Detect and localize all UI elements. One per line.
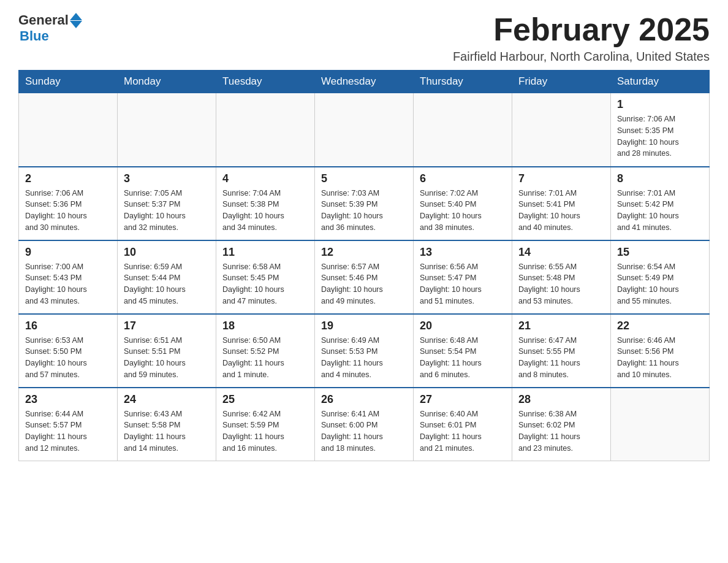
- day-number: 8: [617, 172, 703, 185]
- calendar-week-5: 23Sunrise: 6:44 AM Sunset: 5:57 PM Dayli…: [19, 388, 710, 461]
- calendar-cell: 20Sunrise: 6:48 AM Sunset: 5:54 PM Dayli…: [414, 314, 512, 388]
- day-number: 12: [321, 246, 407, 259]
- day-of-week-wednesday: Wednesday: [315, 71, 414, 93]
- calendar-cell: [118, 93, 216, 167]
- calendar-cell: 14Sunrise: 6:55 AM Sunset: 5:48 PM Dayli…: [512, 240, 611, 314]
- day-number: 4: [222, 172, 308, 185]
- day-number: 7: [518, 172, 604, 185]
- day-info: Sunrise: 6:55 AM Sunset: 5:48 PM Dayligh…: [518, 261, 604, 307]
- calendar-cell: 21Sunrise: 6:47 AM Sunset: 5:55 PM Dayli…: [512, 314, 611, 388]
- day-number: 19: [321, 320, 407, 332]
- day-number: 5: [321, 172, 407, 185]
- calendar-cell: 26Sunrise: 6:41 AM Sunset: 6:00 PM Dayli…: [315, 388, 414, 461]
- day-number: 21: [518, 320, 604, 332]
- day-number: 16: [25, 320, 111, 332]
- logo-content: General Blue: [18, 12, 82, 44]
- day-info: Sunrise: 6:54 AM Sunset: 5:49 PM Dayligh…: [617, 261, 703, 307]
- day-info: Sunrise: 7:00 AM Sunset: 5:43 PM Dayligh…: [25, 261, 111, 307]
- day-number: 20: [420, 320, 506, 332]
- calendar-cell: [315, 93, 414, 167]
- calendar-cell: 15Sunrise: 6:54 AM Sunset: 5:49 PM Dayli…: [611, 240, 710, 314]
- calendar-cell: 18Sunrise: 6:50 AM Sunset: 5:52 PM Dayli…: [216, 314, 315, 388]
- day-info: Sunrise: 7:04 AM Sunset: 5:38 PM Dayligh…: [222, 188, 308, 234]
- day-of-week-friday: Friday: [512, 71, 611, 93]
- day-info: Sunrise: 6:50 AM Sunset: 5:52 PM Dayligh…: [222, 335, 308, 381]
- calendar-cell: 4Sunrise: 7:04 AM Sunset: 5:38 PM Daylig…: [216, 167, 315, 240]
- day-of-week-saturday: Saturday: [611, 71, 710, 93]
- calendar-cell: 1Sunrise: 7:06 AM Sunset: 5:35 PM Daylig…: [611, 93, 710, 167]
- calendar-cell: 19Sunrise: 6:49 AM Sunset: 5:53 PM Dayli…: [315, 314, 414, 388]
- calendar-cell: 27Sunrise: 6:40 AM Sunset: 6:01 PM Dayli…: [414, 388, 512, 461]
- calendar-cell: 3Sunrise: 7:05 AM Sunset: 5:37 PM Daylig…: [118, 167, 216, 240]
- day-number: 10: [124, 246, 210, 259]
- logo-general: General: [18, 12, 69, 28]
- day-number: 17: [124, 320, 210, 332]
- calendar-cell: 13Sunrise: 6:56 AM Sunset: 5:47 PM Dayli…: [414, 240, 512, 314]
- day-of-week-sunday: Sunday: [19, 71, 118, 93]
- calendar-week-4: 16Sunrise: 6:53 AM Sunset: 5:50 PM Dayli…: [19, 314, 710, 388]
- calendar-cell: 16Sunrise: 6:53 AM Sunset: 5:50 PM Dayli…: [19, 314, 118, 388]
- day-info: Sunrise: 7:01 AM Sunset: 5:42 PM Dayligh…: [617, 188, 703, 234]
- day-number: 22: [617, 320, 703, 332]
- day-info: Sunrise: 7:02 AM Sunset: 5:40 PM Dayligh…: [420, 188, 506, 234]
- day-number: 1: [617, 98, 703, 111]
- day-number: 23: [25, 393, 111, 406]
- day-info: Sunrise: 7:05 AM Sunset: 5:37 PM Dayligh…: [124, 188, 210, 234]
- day-info: Sunrise: 6:46 AM Sunset: 5:56 PM Dayligh…: [617, 335, 703, 381]
- title-section: February 2025 Fairfield Harbour, North C…: [453, 12, 710, 64]
- calendar-cell: 11Sunrise: 6:58 AM Sunset: 5:45 PM Dayli…: [216, 240, 315, 314]
- calendar-week-2: 2Sunrise: 7:06 AM Sunset: 5:36 PM Daylig…: [19, 167, 710, 240]
- calendar-cell: [611, 388, 710, 461]
- calendar-cell: 22Sunrise: 6:46 AM Sunset: 5:56 PM Dayli…: [611, 314, 710, 388]
- day-info: Sunrise: 7:01 AM Sunset: 5:41 PM Dayligh…: [518, 188, 604, 234]
- calendar-cell: 17Sunrise: 6:51 AM Sunset: 5:51 PM Dayli…: [118, 314, 216, 388]
- calendar-cell: 28Sunrise: 6:38 AM Sunset: 6:02 PM Dayli…: [512, 388, 611, 461]
- day-of-week-tuesday: Tuesday: [216, 71, 315, 93]
- logo-blue: Blue: [20, 28, 49, 44]
- day-info: Sunrise: 6:56 AM Sunset: 5:47 PM Dayligh…: [420, 261, 506, 307]
- calendar-cell: 2Sunrise: 7:06 AM Sunset: 5:36 PM Daylig…: [19, 167, 118, 240]
- calendar-week-3: 9Sunrise: 7:00 AM Sunset: 5:43 PM Daylig…: [19, 240, 710, 314]
- day-number: 18: [222, 320, 308, 332]
- day-number: 25: [222, 393, 308, 406]
- page-header: General Blue February 2025 Fairfield Har…: [18, 12, 710, 64]
- calendar-table: SundayMondayTuesdayWednesdayThursdayFrid…: [18, 70, 710, 461]
- logo: General Blue: [18, 12, 82, 44]
- calendar-cell: 5Sunrise: 7:03 AM Sunset: 5:39 PM Daylig…: [315, 167, 414, 240]
- day-number: 11: [222, 246, 308, 259]
- calendar-cell: [414, 93, 512, 167]
- day-info: Sunrise: 6:59 AM Sunset: 5:44 PM Dayligh…: [124, 261, 210, 307]
- calendar-week-1: 1Sunrise: 7:06 AM Sunset: 5:35 PM Daylig…: [19, 93, 710, 167]
- location-title: Fairfield Harbour, North Carolina, Unite…: [453, 50, 710, 64]
- calendar-cell: [512, 93, 611, 167]
- day-number: 14: [518, 246, 604, 259]
- day-info: Sunrise: 6:58 AM Sunset: 5:45 PM Dayligh…: [222, 261, 308, 307]
- day-number: 3: [124, 172, 210, 185]
- day-number: 28: [518, 393, 604, 406]
- calendar-cell: 12Sunrise: 6:57 AM Sunset: 5:46 PM Dayli…: [315, 240, 414, 314]
- day-number: 26: [321, 393, 407, 406]
- day-of-week-monday: Monday: [118, 71, 216, 93]
- day-number: 6: [420, 172, 506, 185]
- day-info: Sunrise: 6:53 AM Sunset: 5:50 PM Dayligh…: [25, 335, 111, 381]
- calendar-cell: 24Sunrise: 6:43 AM Sunset: 5:58 PM Dayli…: [118, 388, 216, 461]
- calendar-cell: 8Sunrise: 7:01 AM Sunset: 5:42 PM Daylig…: [611, 167, 710, 240]
- day-info: Sunrise: 6:48 AM Sunset: 5:54 PM Dayligh…: [420, 335, 506, 381]
- calendar-cell: 23Sunrise: 6:44 AM Sunset: 5:57 PM Dayli…: [19, 388, 118, 461]
- calendar-cell: [19, 93, 118, 167]
- day-info: Sunrise: 6:42 AM Sunset: 5:59 PM Dayligh…: [222, 408, 308, 454]
- day-number: 13: [420, 246, 506, 259]
- day-info: Sunrise: 6:51 AM Sunset: 5:51 PM Dayligh…: [124, 335, 210, 381]
- day-info: Sunrise: 6:43 AM Sunset: 5:58 PM Dayligh…: [124, 408, 210, 454]
- day-number: 9: [25, 246, 111, 259]
- calendar-cell: 7Sunrise: 7:01 AM Sunset: 5:41 PM Daylig…: [512, 167, 611, 240]
- day-info: Sunrise: 6:41 AM Sunset: 6:00 PM Dayligh…: [321, 408, 407, 454]
- day-of-week-thursday: Thursday: [414, 71, 512, 93]
- month-title: February 2025: [453, 12, 710, 47]
- calendar-cell: 6Sunrise: 7:02 AM Sunset: 5:40 PM Daylig…: [414, 167, 512, 240]
- calendar-cell: 10Sunrise: 6:59 AM Sunset: 5:44 PM Dayli…: [118, 240, 216, 314]
- day-number: 2: [25, 172, 111, 185]
- calendar-cell: [216, 93, 315, 167]
- day-info: Sunrise: 6:40 AM Sunset: 6:01 PM Dayligh…: [420, 408, 506, 454]
- day-info: Sunrise: 6:47 AM Sunset: 5:55 PM Dayligh…: [518, 335, 604, 381]
